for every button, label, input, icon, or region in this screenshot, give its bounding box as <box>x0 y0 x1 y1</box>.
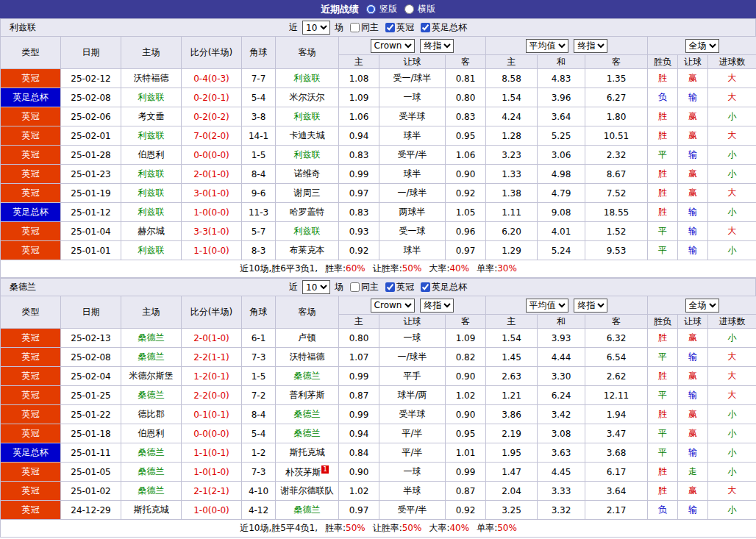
home-team[interactable]: 赫尔城 <box>121 222 182 241</box>
match-row: 英冠25-02-04米德尔斯堡1-2(0-1)1-5桑德兰0.99平手0.902… <box>1 367 756 386</box>
away-team[interactable]: 卡迪夫城 <box>276 126 339 146</box>
match-score: 3-0(1-0) <box>182 184 242 203</box>
handicap-outcome: 输 <box>678 88 708 107</box>
away-team[interactable]: 谢周三 <box>276 184 339 203</box>
cup-checkbox[interactable] <box>421 23 430 32</box>
league-filter[interactable]: 英冠 <box>385 21 414 34</box>
same-home-checkbox[interactable] <box>350 282 360 292</box>
league-checkbox[interactable] <box>385 282 395 292</box>
asia-bookmaker-select[interactable]: Crown <box>371 299 415 313</box>
euro-draw-odds: 3.33 <box>538 482 585 501</box>
away-team[interactable]: 利兹联 <box>276 146 339 165</box>
away-team[interactable]: 桑德兰 <box>276 367 339 386</box>
euro-stage-select[interactable]: 终指 <box>574 39 607 53</box>
asia-stage-select[interactable]: 终指 <box>420 299 454 313</box>
layout-option-horizontal[interactable]: 横版 <box>404 3 435 15</box>
cup-filter[interactable]: 英足总杯 <box>421 281 467 293</box>
same-home-filter[interactable]: 同主 <box>350 21 379 34</box>
euro-bookmaker-select[interactable]: 平均值 <box>526 299 568 313</box>
away-team[interactable]: 朴茨茅斯1 <box>276 463 339 482</box>
home-team[interactable]: 利兹联 <box>121 165 182 184</box>
away-team[interactable]: 诺维奇 <box>276 165 339 184</box>
vertical-layout-radio[interactable] <box>366 4 376 14</box>
goals-outcome: 大 <box>708 222 756 241</box>
euro-stage-select[interactable]: 终指 <box>574 299 607 313</box>
match-score: 0-0(0-0) <box>182 424 242 443</box>
home-team[interactable]: 伯恩利 <box>121 424 182 443</box>
euro-draw-odds: 4.44 <box>538 348 585 367</box>
away-team[interactable]: 谢菲尔德联队 <box>276 482 339 501</box>
horizontal-layout-radio[interactable] <box>404 4 414 14</box>
match-count-select[interactable]: 10 <box>302 280 330 294</box>
result-outcome: 平 <box>648 146 678 165</box>
layout-option-vertical[interactable]: 竖版 <box>366 3 397 15</box>
cup-checkbox[interactable] <box>421 282 430 292</box>
home-team[interactable]: 桑德兰 <box>121 443 182 463</box>
home-team[interactable]: 桑德兰 <box>121 329 182 348</box>
same-home-checkbox[interactable] <box>350 23 360 32</box>
summary-stat-label: 大率: <box>429 523 449 533</box>
corner-count: 8-3 <box>242 241 276 260</box>
league-filter[interactable]: 英冠 <box>385 281 414 293</box>
home-team[interactable]: 利兹联 <box>121 184 182 203</box>
home-team[interactable]: 利兹联 <box>121 126 182 146</box>
euro-draw-odds: 3.30 <box>538 367 585 386</box>
euro-home-odds: 2.04 <box>486 482 538 501</box>
handicap-outcome: 赢 <box>678 126 708 146</box>
home-team[interactable]: 利兹联 <box>121 203 182 222</box>
scope-select[interactable]: 全场 <box>685 299 719 313</box>
asia-away-odds: 0.90 <box>446 405 486 424</box>
home-team[interactable]: 利兹联 <box>121 88 182 107</box>
team-name[interactable]: 桑德兰 <box>10 281 36 293</box>
away-team[interactable]: 布莱克本 <box>276 241 339 260</box>
goals-outcome: 小 <box>708 107 756 126</box>
match-row: 英冠25-01-01利兹联1-1(0-0)8-3布莱克本0.92球半0.971.… <box>1 241 756 260</box>
asia-stage-select[interactable]: 终指 <box>420 39 454 53</box>
home-team[interactable]: 伯恩利 <box>121 146 182 165</box>
league-checkbox[interactable] <box>385 23 395 32</box>
asia-away-odds: 0.90 <box>446 165 486 184</box>
same-home-filter[interactable]: 同主 <box>350 281 379 293</box>
away-team[interactable]: 利兹联 <box>276 222 339 241</box>
asia-handicap: 半球 <box>379 482 446 501</box>
away-team[interactable]: 沃特福德 <box>276 348 339 367</box>
away-team[interactable]: 普利茅斯 <box>276 386 339 405</box>
asia-bookmaker-select[interactable]: Crown <box>371 39 415 53</box>
away-team[interactable]: 哈罗盖特 <box>276 203 339 222</box>
away-team[interactable]: 利兹联 <box>276 107 339 126</box>
team-name[interactable]: 利兹联 <box>10 21 36 34</box>
euro-draw-odds: 9.08 <box>538 203 585 222</box>
away-team[interactable]: 桑德兰 <box>276 405 339 424</box>
summary-stat-value: 50% <box>497 523 517 533</box>
asia-handicap: 受一/球半 <box>379 69 446 88</box>
home-team[interactable]: 桑德兰 <box>121 386 182 405</box>
match-count-select[interactable]: 10 <box>302 21 330 35</box>
away-team[interactable]: 利兹联 <box>276 69 339 88</box>
home-team[interactable]: 沃特福德 <box>121 69 182 88</box>
cup-filter[interactable]: 英足总杯 <box>421 21 467 34</box>
match-row: 英冠25-01-23利兹联2-0(1-0)8-4诺维奇0.99球半0.901.3… <box>1 165 756 184</box>
away-team[interactable]: 桑德兰 <box>276 501 339 520</box>
home-team[interactable]: 桑德兰 <box>121 463 182 482</box>
home-team[interactable]: 桑德兰 <box>121 348 182 367</box>
competition-badge: 英冠 <box>1 126 61 146</box>
away-team[interactable]: 桑德兰 <box>276 424 339 443</box>
home-team[interactable]: 德比郡 <box>121 405 182 424</box>
same-home-label: 同主 <box>361 21 379 34</box>
home-team[interactable]: 桑德兰 <box>121 482 182 501</box>
home-team[interactable]: 考文垂 <box>121 107 182 126</box>
asia-home-odds: 1.06 <box>339 107 379 126</box>
home-team[interactable]: 斯托克城 <box>121 501 182 520</box>
match-date: 25-02-01 <box>61 126 121 146</box>
home-team[interactable]: 米德尔斯堡 <box>121 367 182 386</box>
asia-away-odds: 0.99 <box>446 463 486 482</box>
away-team[interactable]: 斯托克城 <box>276 443 339 463</box>
corner-count: 7-3 <box>242 463 276 482</box>
scope-select[interactable]: 全场 <box>685 39 719 53</box>
home-team[interactable]: 利兹联 <box>121 241 182 260</box>
same-home-label: 同主 <box>361 281 379 293</box>
euro-bookmaker-select[interactable]: 平均值 <box>526 39 568 53</box>
match-score: 2-2(0-0) <box>182 386 242 405</box>
away-team[interactable]: 卢顿 <box>276 329 339 348</box>
away-team[interactable]: 米尔沃尔 <box>276 88 339 107</box>
